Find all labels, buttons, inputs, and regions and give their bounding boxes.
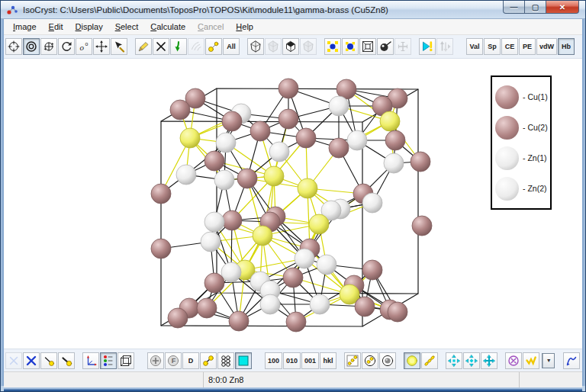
bond-style-thick-button[interactable] bbox=[58, 352, 75, 369]
atom-legend-button[interactable] bbox=[100, 352, 117, 369]
zn-atom[interactable] bbox=[295, 249, 314, 268]
background-color-button[interactable] bbox=[235, 352, 252, 369]
cu-atom[interactable] bbox=[250, 121, 270, 141]
packing-button[interactable] bbox=[217, 352, 234, 369]
cu-atom[interactable] bbox=[151, 239, 171, 259]
cu-atom[interactable] bbox=[204, 151, 224, 171]
cu-atom[interactable] bbox=[204, 273, 224, 293]
cell-atoms-button[interactable] bbox=[344, 352, 361, 369]
hb-radii-button[interactable]: Hb bbox=[558, 38, 575, 55]
y-atom[interactable] bbox=[309, 214, 329, 234]
zn-atom[interactable] bbox=[329, 96, 349, 116]
bond-style-thin-button[interactable] bbox=[40, 352, 57, 369]
plane-010-button[interactable]: 010 bbox=[283, 352, 301, 369]
draw-pencil-button[interactable] bbox=[135, 38, 152, 55]
rotate-z-button[interactable] bbox=[58, 38, 75, 55]
zn-atom[interactable] bbox=[317, 255, 336, 275]
add-bond-button[interactable] bbox=[205, 38, 222, 55]
cu-atom[interactable] bbox=[279, 79, 298, 98]
unit-cell-button[interactable] bbox=[118, 352, 134, 369]
ce-radii-button[interactable]: CE bbox=[501, 38, 518, 55]
zn-atom[interactable] bbox=[347, 130, 367, 150]
zn-atom[interactable] bbox=[176, 165, 196, 185]
zoom-rings-button[interactable] bbox=[23, 38, 40, 55]
y-atom[interactable] bbox=[298, 178, 317, 198]
move-cell-button[interactable] bbox=[463, 352, 480, 369]
pointer-edit-button[interactable] bbox=[111, 38, 127, 55]
cu-atom[interactable] bbox=[283, 268, 303, 288]
zn-atom[interactable] bbox=[216, 133, 236, 153]
menu-calculate[interactable]: Calculate bbox=[144, 21, 192, 33]
atom-filter-combobox[interactable]: ▼ bbox=[542, 353, 555, 368]
cu-atom[interactable] bbox=[388, 302, 407, 322]
cu-atom[interactable] bbox=[355, 297, 375, 316]
zn-atom[interactable] bbox=[204, 212, 224, 232]
cu-atom[interactable] bbox=[229, 311, 249, 331]
y-atom[interactable] bbox=[253, 226, 272, 246]
maximize-button[interactable]: ▢ bbox=[525, 1, 546, 14]
distance-button[interactable]: D bbox=[182, 352, 199, 369]
zn-atom[interactable] bbox=[310, 294, 330, 314]
apply-selection-button[interactable] bbox=[523, 352, 539, 369]
cu-atom[interactable] bbox=[296, 128, 316, 148]
sphere-style-button[interactable] bbox=[377, 38, 394, 55]
sp-radii-button[interactable]: Sp bbox=[484, 38, 501, 55]
cu-atom[interactable] bbox=[385, 130, 405, 150]
zn-atom[interactable] bbox=[221, 262, 241, 282]
zn-atom[interactable] bbox=[214, 170, 234, 190]
move-atoms-button[interactable] bbox=[446, 352, 462, 369]
grow-plus-button[interactable] bbox=[147, 352, 164, 369]
zn-atom[interactable] bbox=[384, 153, 404, 173]
trajectory-button[interactable] bbox=[563, 352, 580, 369]
y-atom[interactable] bbox=[180, 128, 200, 148]
close-button[interactable]: ✕ bbox=[546, 1, 579, 14]
zn-atom[interactable] bbox=[201, 232, 221, 252]
rotate-sphere-button[interactable] bbox=[40, 38, 57, 55]
cu-atom[interactable] bbox=[222, 111, 242, 131]
apply-down-button[interactable] bbox=[170, 38, 187, 55]
show-sphere-button[interactable] bbox=[379, 352, 396, 369]
cu-atom[interactable] bbox=[168, 308, 188, 328]
highlight-chain-button[interactable] bbox=[421, 352, 438, 369]
rotate-free-button[interactable] bbox=[5, 38, 22, 55]
structure-canvas[interactable]: - Cu(1)- Cu(2)- Zn(1)- Zn(2) bbox=[4, 59, 582, 349]
title-bar[interactable]: IsoCryst: C:\Users\Public\Documents\Topo… bbox=[1, 1, 585, 19]
cu-atom[interactable] bbox=[170, 100, 190, 120]
pe-radii-button[interactable]: PE bbox=[519, 38, 536, 55]
move-all-button[interactable] bbox=[481, 352, 497, 369]
select-all-button[interactable]: All bbox=[223, 38, 240, 55]
menu-select[interactable]: Select bbox=[109, 21, 145, 33]
rotate-angle-button[interactable]: oo bbox=[76, 38, 92, 55]
polyhedra-solid-button[interactable] bbox=[282, 38, 299, 55]
run-animation-button[interactable] bbox=[419, 38, 436, 55]
select-atom-button[interactable] bbox=[324, 38, 341, 55]
cu-atom[interactable] bbox=[222, 210, 242, 230]
cu-atom[interactable] bbox=[279, 109, 298, 129]
cu-atom[interactable] bbox=[411, 152, 430, 172]
minimize-button[interactable]: — bbox=[503, 1, 525, 14]
erase-button[interactable] bbox=[153, 38, 169, 55]
plane-hkl-button[interactable]: hkl bbox=[320, 352, 336, 369]
zn-atom[interactable] bbox=[260, 294, 280, 314]
cancel-selection-button[interactable] bbox=[505, 352, 522, 369]
zn-atom[interactable] bbox=[362, 193, 382, 213]
menu-edit[interactable]: Edit bbox=[43, 21, 69, 33]
grow-formula-button[interactable]: F bbox=[165, 352, 182, 369]
axes-button[interactable] bbox=[82, 352, 99, 369]
highlight-atoms-button[interactable] bbox=[404, 352, 420, 369]
cu-atom[interactable] bbox=[329, 138, 349, 158]
cu-atom[interactable] bbox=[237, 169, 257, 188]
plane-001-button[interactable]: 001 bbox=[301, 352, 319, 369]
zn-atom[interactable] bbox=[269, 142, 289, 162]
cu-atom[interactable] bbox=[412, 216, 432, 236]
vdw-radii-button[interactable]: vdW bbox=[536, 38, 557, 55]
y-atom[interactable] bbox=[380, 111, 400, 131]
menu-help[interactable]: Help bbox=[230, 21, 259, 33]
menu-image[interactable]: Image bbox=[7, 21, 43, 33]
translate-button[interactable] bbox=[93, 38, 110, 55]
select-group-button[interactable] bbox=[342, 38, 359, 55]
delete-selection-button[interactable] bbox=[23, 352, 40, 369]
polyhedra-button[interactable] bbox=[247, 38, 264, 55]
cu-atom[interactable] bbox=[362, 260, 382, 280]
menu-display[interactable]: Display bbox=[69, 21, 109, 33]
